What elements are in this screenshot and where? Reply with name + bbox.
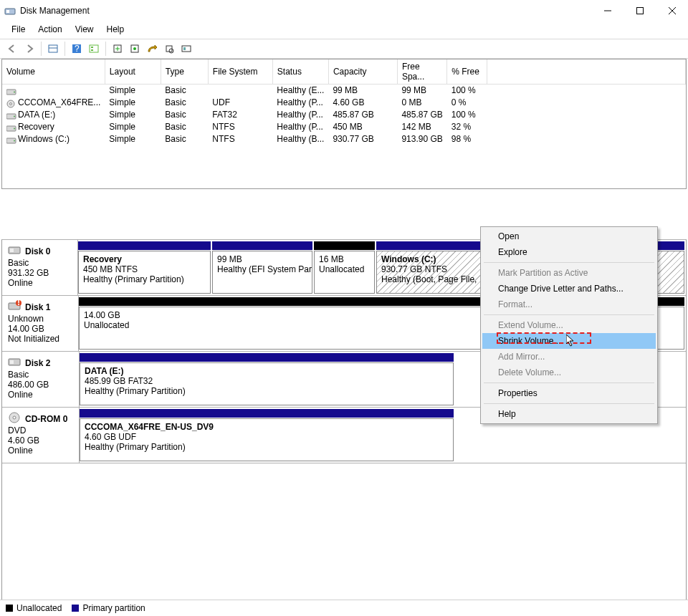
view-settings-button[interactable] <box>86 41 102 57</box>
drive-icon <box>6 124 16 131</box>
disk-name: Disk 0 <box>25 246 50 256</box>
cell-status: Healthy (P... <box>272 97 328 109</box>
svg-rect-19 <box>183 47 186 50</box>
action-button-3[interactable] <box>178 41 194 57</box>
disk-icon <box>8 356 22 370</box>
cell-free: 99 MB <box>397 85 446 97</box>
col-capacity[interactable]: Capacity <box>328 59 397 85</box>
cell-status: Healthy (B... <box>272 133 328 145</box>
cell-capacity: 99 MB <box>328 85 397 97</box>
partition-status: Healthy (EFI System Part <box>217 264 307 274</box>
show-hide-button[interactable] <box>45 41 61 57</box>
partition-size: 450 MB NTFS <box>83 264 206 274</box>
partition-box[interactable]: Recovery450 MB NTFSHealthy (Primary Part… <box>78 251 211 294</box>
forward-button[interactable] <box>22 41 37 57</box>
menu-item-delete-volume: Delete Volume... <box>482 365 656 380</box>
cell-layout: Simple <box>105 121 161 133</box>
partition-box[interactable]: 99 MBHealthy (EFI System Part <box>212 251 312 294</box>
help-button[interactable]: ? <box>69 41 85 57</box>
col-volume[interactable]: Volume <box>2 59 105 85</box>
menu-help[interactable]: Help <box>101 23 130 36</box>
menu-item-change-drive-letter-and-paths[interactable]: Change Drive Letter and Paths... <box>482 281 656 297</box>
table-row[interactable]: DATA (E:)SimpleBasicFAT32Healthy (P...48… <box>2 109 686 121</box>
disk-icon: ! <box>8 300 22 314</box>
menu-action[interactable]: Action <box>32 23 67 36</box>
drive-icon <box>6 112 16 119</box>
menu-separator <box>484 403 654 404</box>
col-pctfree[interactable]: % Free <box>447 59 487 85</box>
window-title: Disk Management <box>20 6 591 16</box>
partition-box[interactable]: CCCOMA_X64FRE_EN-US_DV94.60 GB UDFHealth… <box>80 418 454 461</box>
disk-size: 14.00 GB <box>8 324 72 334</box>
disk-state: Not Initialized <box>8 334 72 344</box>
col-layout[interactable]: Layout <box>105 59 161 85</box>
disk-size: 931.32 GB <box>8 268 72 278</box>
disk-size: 486.00 GB <box>8 380 73 390</box>
cell-fs: NTFS <box>208 133 272 145</box>
menu-view[interactable]: View <box>70 23 100 36</box>
menu-item-format: Format... <box>482 297 656 312</box>
col-status[interactable]: Status <box>272 59 328 85</box>
action-button-1[interactable] <box>144 41 160 57</box>
create-vhd-button[interactable] <box>110 41 125 57</box>
svg-rect-3 <box>636 8 643 14</box>
cell-type: Basic <box>161 85 208 97</box>
cell-volume: Recovery <box>18 122 54 132</box>
menu-item-extend-volume: Extend Volume... <box>482 317 656 333</box>
disk-name: Disk 1 <box>25 302 50 312</box>
menu-item-add-mirror: Add Mirror... <box>482 349 656 365</box>
maximize-button[interactable] <box>624 0 656 21</box>
menu-item-open[interactable]: Open <box>482 228 656 244</box>
disk-state: Online <box>8 446 73 456</box>
drive-icon <box>6 136 16 143</box>
col-filesystem[interactable]: File System <box>208 59 272 85</box>
svg-point-15 <box>133 47 136 50</box>
table-row[interactable]: CCCOMA_X64FRE...SimpleBasicUDFHealthy (P… <box>2 97 686 109</box>
cell-pct: 98 % <box>447 133 487 145</box>
disk-icon <box>8 244 22 258</box>
partition-box[interactable]: DATA (E:)485.99 GB FAT32Healthy (Primary… <box>80 362 454 405</box>
volume-list: Volume Layout Type File System Status Ca… <box>1 59 687 189</box>
partition-box[interactable]: 16 MBUnallocated <box>314 251 375 294</box>
menu-item-shrink-volume[interactable]: Shrink Volume... <box>482 333 656 349</box>
attach-vhd-button[interactable] <box>127 41 143 57</box>
disk-name: Disk 2 <box>25 358 50 368</box>
context-menu: OpenExploreMark Partition as ActiveChang… <box>480 226 658 424</box>
legend: Unallocated Primary partition <box>0 600 688 616</box>
svg-rect-36 <box>10 360 14 364</box>
cell-fs: UDF <box>208 97 272 109</box>
close-button[interactable] <box>656 0 688 21</box>
menu-item-help[interactable]: Help <box>482 406 656 422</box>
table-header-row: Volume Layout Type File System Status Ca… <box>2 59 686 85</box>
partition-title: Recovery <box>83 254 206 264</box>
minimize-button[interactable] <box>591 0 624 21</box>
action-button-2[interactable] <box>161 41 177 57</box>
col-freespace[interactable]: Free Spa... <box>397 59 446 85</box>
col-type[interactable]: Type <box>161 59 208 85</box>
table-row[interactable]: RecoverySimpleBasicNTFSHealthy (P...450 … <box>2 121 686 133</box>
menu-item-properties[interactable]: Properties <box>482 385 656 401</box>
cell-capacity: 450 MB <box>328 121 397 133</box>
cell-volume: Windows (C:) <box>18 134 70 144</box>
cell-capacity: 930.77 GB <box>328 133 397 145</box>
cell-pct: 32 % <box>447 121 487 133</box>
menu-item-explore[interactable]: Explore <box>482 244 656 260</box>
disk-size: 4.60 GB <box>8 435 73 446</box>
title-bar: Disk Management <box>0 0 688 21</box>
cell-type: Basic <box>161 109 208 121</box>
partition-size: 16 MB <box>319 254 370 264</box>
table-row[interactable]: SimpleBasicHealthy (E...99 MB99 MB100 % <box>2 85 686 97</box>
disk-type: Basic <box>8 258 72 268</box>
menu-file[interactable]: File <box>6 23 31 36</box>
disk-state: Online <box>8 390 73 400</box>
partition-status: Healthy (Primary Partition) <box>85 386 449 396</box>
svg-rect-6 <box>49 45 57 52</box>
table-row[interactable]: Windows (C:)SimpleBasicNTFSHealthy (B...… <box>2 133 686 145</box>
cell-volume: CCCOMA_X64FRE... <box>18 97 100 107</box>
cell-volume: DATA (E:) <box>18 110 55 120</box>
drive-icon <box>6 87 16 95</box>
svg-point-23 <box>10 102 12 105</box>
cell-type: Basic <box>161 121 208 133</box>
back-button[interactable] <box>4 41 20 57</box>
cell-type: Basic <box>161 97 208 109</box>
